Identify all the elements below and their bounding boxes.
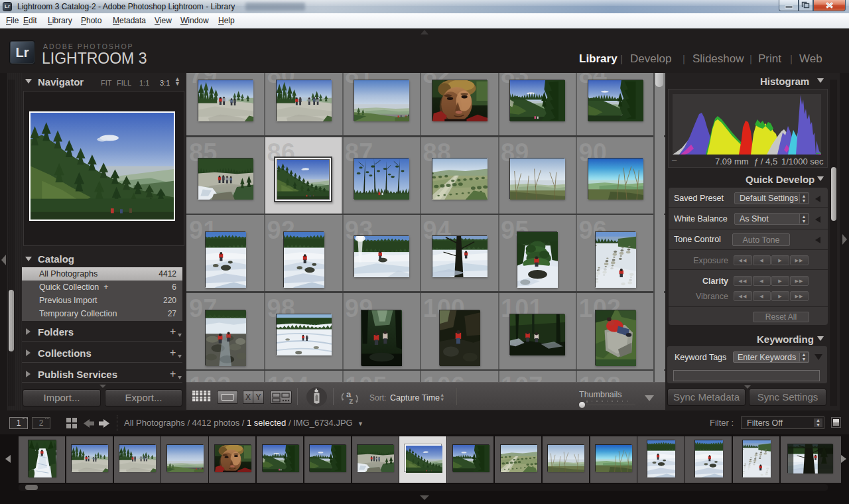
- svg-text:z: z: [349, 396, 354, 406]
